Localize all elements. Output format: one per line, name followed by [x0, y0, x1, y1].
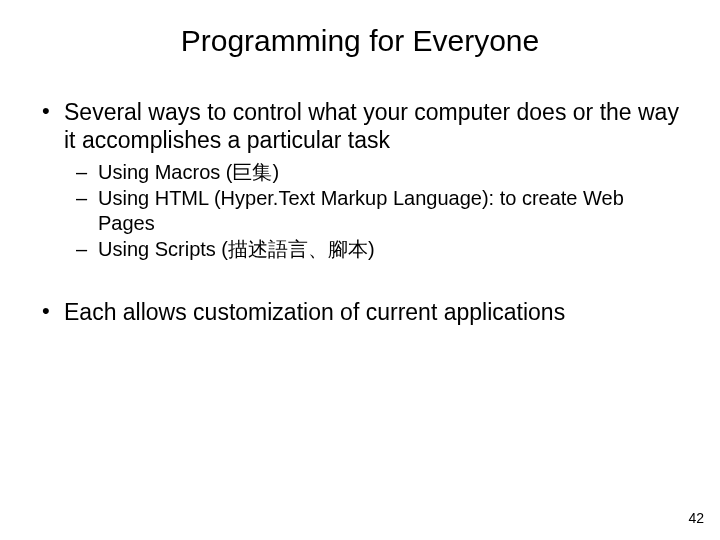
sub-bullet-item: Using Scripts (描述語言、腳本) [76, 237, 680, 261]
bullet-item: Each allows customization of current app… [40, 298, 680, 326]
bullet-list: Several ways to control what your comput… [40, 98, 680, 262]
sub-bullet-text: Using HTML (Hyper.Text Markup Language):… [98, 187, 624, 233]
sub-bullet-text: Using Scripts (描述語言、腳本) [98, 238, 375, 260]
page-number: 42 [688, 510, 704, 526]
spacer [40, 270, 680, 298]
sub-bullet-list: Using Macros (巨集) Using HTML (Hyper.Text… [76, 160, 680, 262]
sub-bullet-text: Using Macros (巨集) [98, 161, 279, 183]
sub-bullet-item: Using Macros (巨集) [76, 160, 680, 184]
bullet-text: Several ways to control what your comput… [64, 99, 679, 153]
bullet-text: Each allows customization of current app… [64, 299, 565, 325]
slide-title: Programming for Everyone [40, 20, 680, 58]
bullet-item: Several ways to control what your comput… [40, 98, 680, 262]
slide: Programming for Everyone Several ways to… [0, 0, 720, 540]
sub-bullet-item: Using HTML (Hyper.Text Markup Language):… [76, 186, 680, 235]
bullet-list: Each allows customization of current app… [40, 298, 680, 326]
